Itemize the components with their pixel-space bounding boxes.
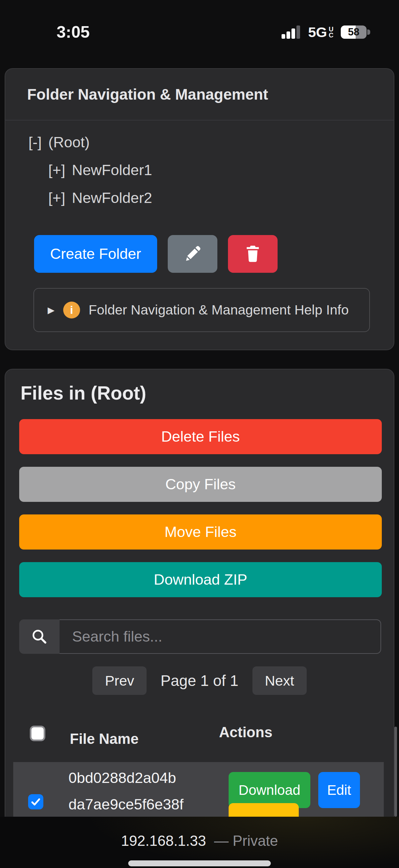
- status-bar: 3:05 5G U C 58: [0, 0, 399, 64]
- battery-nub: [367, 29, 370, 35]
- pagination: Prev Page 1 of 1 Next: [5, 666, 394, 695]
- files-card: Files in (Root) Delete Files Copy Files …: [5, 369, 394, 852]
- tree-item-newfolder2[interactable]: [+] NewFolder2: [48, 184, 394, 212]
- rename-folder-button[interactable]: [168, 235, 218, 273]
- address-bar[interactable]: 192.168.1.33 — Private: [0, 833, 399, 849]
- delete-folder-button[interactable]: [228, 235, 277, 273]
- search-input[interactable]: [60, 619, 381, 654]
- tree-item-root[interactable]: [-] (Root): [29, 128, 394, 156]
- site-address: 192.168.1.33: [121, 833, 206, 849]
- download-file-button[interactable]: Download: [229, 772, 310, 808]
- folder-card-title: Folder Navigation & Management: [5, 69, 394, 121]
- tree-expand-toggle[interactable]: [+]: [48, 161, 65, 179]
- folder-navigation-card: Folder Navigation & Management [-] (Root…: [5, 68, 394, 350]
- signal-strength-icon: [281, 26, 301, 39]
- file-table-header: File Name Actions: [5, 728, 394, 745]
- info-icon: i: [63, 302, 80, 318]
- home-indicator[interactable]: [128, 860, 271, 866]
- status-indicators: 5G U C 58: [281, 24, 367, 40]
- actions-column-header: Actions: [219, 724, 272, 741]
- row-checkbox-checked[interactable]: [28, 794, 43, 809]
- browser-toolbar: 192.168.1.33 — Private: [0, 817, 399, 868]
- copy-files-button[interactable]: Copy Files: [19, 467, 382, 502]
- folder-help-label: Folder Navigation & Management Help Info: [89, 302, 349, 318]
- battery-percent: 58: [341, 26, 367, 39]
- tree-item-label: NewFolder1: [72, 161, 152, 179]
- network-type: 5G U C: [308, 24, 333, 40]
- next-page-button[interactable]: Next: [253, 666, 307, 695]
- file-name-column-header: File Name: [70, 731, 139, 747]
- create-folder-button[interactable]: Create Folder: [34, 235, 157, 273]
- select-all-checkbox[interactable]: [30, 726, 45, 741]
- disclosure-triangle-icon: ▶: [47, 305, 55, 315]
- tree-collapse-toggle[interactable]: [-]: [29, 134, 42, 151]
- checkmark-icon: [30, 796, 41, 807]
- trash-icon: [244, 245, 261, 263]
- clock: 3:05: [57, 23, 90, 42]
- search-icon: [31, 628, 48, 645]
- battery-icon: 58: [341, 26, 367, 39]
- download-zip-button[interactable]: Download ZIP: [19, 562, 382, 597]
- file-search: [19, 619, 381, 654]
- pencil-icon: [183, 245, 202, 263]
- tree-item-label: NewFolder2: [72, 189, 152, 207]
- prev-page-button[interactable]: Prev: [92, 666, 146, 695]
- tree-expand-toggle[interactable]: [+]: [48, 189, 65, 207]
- move-files-button[interactable]: Move Files: [19, 515, 382, 550]
- private-badge: — Private: [214, 833, 278, 849]
- folder-action-buttons: Create Folder: [34, 235, 394, 273]
- tree-item-newfolder1[interactable]: [+] NewFolder1: [48, 156, 394, 184]
- page-status: Page 1 of 1: [161, 672, 238, 689]
- file-name: 0bd0288d2a04b da7ae9ce5f6e38f: [68, 765, 184, 818]
- tree-item-label: (Root): [48, 134, 90, 151]
- delete-files-button[interactable]: Delete Files: [19, 419, 382, 454]
- files-card-title: Files in (Root): [21, 382, 394, 404]
- network-uc-badge: U C: [329, 26, 333, 38]
- bulk-action-buttons: Delete Files Copy Files Move Files Downl…: [19, 419, 382, 597]
- edit-file-button[interactable]: Edit: [318, 772, 360, 808]
- scrollbar[interactable]: [394, 726, 397, 817]
- search-icon-addon: [19, 619, 60, 654]
- folder-tree: [-] (Root) [+] NewFolder1 [+] NewFolder2: [5, 121, 394, 212]
- folder-help-disclosure[interactable]: ▶ i Folder Navigation & Management Help …: [33, 288, 370, 332]
